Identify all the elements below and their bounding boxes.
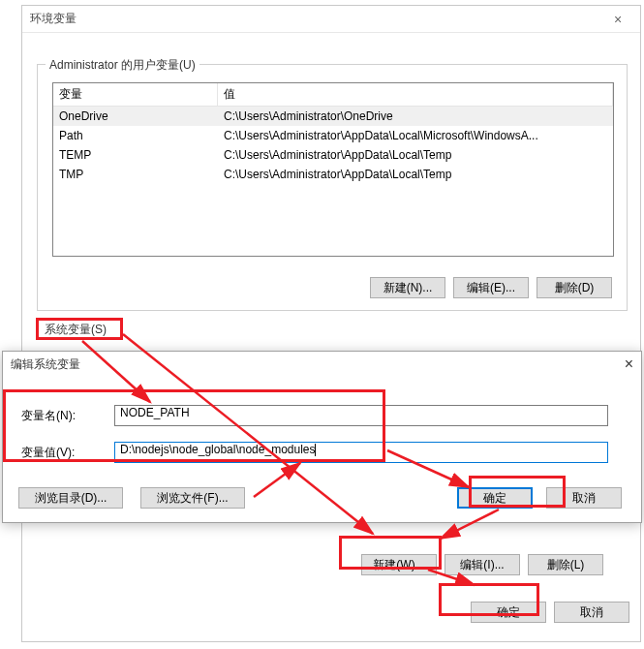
var-name-label: 变量名(N):	[17, 408, 114, 424]
sys-buttons: 新建(W)... 编辑(I)... 删除(L)	[361, 554, 603, 575]
edit-button[interactable]: 编辑(E)...	[453, 277, 529, 298]
new-button[interactable]: 新建(N)...	[370, 277, 445, 298]
dialog-buttons: 确定 取消	[471, 602, 629, 623]
close-icon[interactable]: ×	[603, 12, 632, 27]
cell-val: C:\Users\Administrator\OneDrive	[218, 107, 613, 126]
var-name-input[interactable]: NODE_PATH	[114, 405, 608, 426]
cell-val: C:\Users\Administrator\AppData\Local\Mic…	[218, 126, 613, 145]
delete-button[interactable]: 删除(D)	[537, 277, 612, 298]
ok-button[interactable]: 确定	[457, 487, 533, 509]
user-vars-table[interactable]: 变量 值 OneDrive C:\Users\Administrator\One…	[52, 82, 614, 257]
cancel-button[interactable]: 取消	[554, 602, 629, 623]
table-row[interactable]: TEMP C:\Users\Administrator\AppData\Loca…	[53, 145, 613, 165]
text-caret	[315, 444, 316, 456]
table-row[interactable]: TMP C:\Users\Administrator\AppData\Local…	[53, 165, 613, 184]
table-row[interactable]: Path C:\Users\Administrator\AppData\Loca…	[53, 126, 613, 145]
edit-button[interactable]: 编辑(I)...	[445, 554, 520, 575]
delete-button[interactable]: 删除(L)	[528, 554, 603, 575]
cell-val: C:\Users\Administrator\AppData\Local\Tem…	[218, 165, 613, 184]
dialog-title: 环境变量	[30, 11, 603, 27]
cell-val: C:\Users\Administrator\AppData\Local\Tem…	[218, 145, 613, 165]
user-vars-group: Administrator 的用户变量(U) 变量 值 OneDrive C:\…	[37, 64, 628, 311]
edit-sys-var-dialog: 编辑系统变量 × 变量名(N): NODE_PATH 变量值(V): D:\no…	[2, 351, 642, 523]
table-header: 变量 值	[53, 83, 613, 107]
user-vars-legend: Administrator 的用户变量(U)	[46, 57, 199, 74]
var-value-label: 变量值(V):	[17, 445, 114, 461]
titlebar: 环境变量 ×	[22, 6, 640, 33]
col-value[interactable]: 值	[218, 83, 613, 106]
edit-dialog-title: 编辑系统变量	[11, 356, 625, 373]
confirm-buttons: 确定 取消	[457, 487, 622, 509]
cancel-button[interactable]: 取消	[546, 487, 622, 509]
var-name-row: 变量名(N): NODE_PATH	[17, 405, 608, 426]
cell-var: TEMP	[53, 145, 218, 165]
var-value-row: 变量值(V): D:\nodejs\node_global\node_modul…	[17, 442, 608, 463]
sys-vars-legend: 系统变量(S)	[45, 322, 107, 338]
cell-var: Path	[53, 126, 218, 145]
browse-buttons: 浏览目录(D)... 浏览文件(F)...	[18, 487, 245, 509]
new-button[interactable]: 新建(W)...	[361, 554, 437, 575]
user-buttons: 新建(N)... 编辑(E)... 删除(D)	[370, 277, 612, 298]
col-variable[interactable]: 变量	[53, 83, 218, 106]
edit-titlebar: 编辑系统变量 ×	[3, 352, 641, 377]
var-value-input[interactable]: D:\nodejs\node_global\node_modules	[114, 442, 608, 463]
sys-vars-legend-highlight: 系统变量(S)	[36, 318, 123, 340]
close-icon[interactable]: ×	[625, 355, 633, 373]
browse-dir-button[interactable]: 浏览目录(D)...	[18, 487, 123, 509]
ok-button[interactable]: 确定	[471, 602, 546, 623]
table-row[interactable]: OneDrive C:\Users\Administrator\OneDrive	[53, 107, 613, 126]
cell-var: OneDrive	[53, 107, 218, 126]
browse-file-button[interactable]: 浏览文件(F)...	[140, 487, 245, 509]
cell-var: TMP	[53, 165, 218, 184]
